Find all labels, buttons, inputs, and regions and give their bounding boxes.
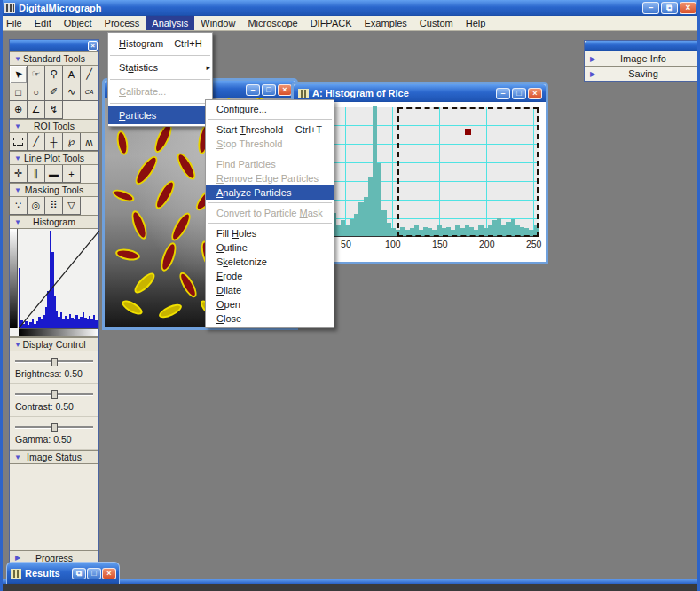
menu-item-st-atistics[interactable]: Statistics▸ [108, 59, 212, 76]
threshold-selection-rect[interactable] [397, 107, 539, 237]
palette-close-icon[interactable]: × [88, 41, 98, 51]
hand-tool-icon[interactable]: ☞ [27, 65, 45, 83]
info-palette-titlebar[interactable] [585, 41, 700, 51]
menu-item-s-keletonize[interactable]: Skeletonize [206, 255, 334, 269]
rice-close-button[interactable]: × [278, 84, 292, 96]
hist-maximize-button[interactable]: □ [512, 88, 526, 99]
freehand-roi-icon[interactable]: ʍ [80, 132, 98, 151]
section-line-plot-tools[interactable]: ▼ Line Plot Tools [10, 151, 98, 165]
triangle-down-icon: ▼ [14, 453, 21, 461]
menu-item-particles[interactable]: Particles▸ [108, 106, 212, 124]
menu-item-erode[interactable]: Erode [206, 269, 334, 283]
restore-button[interactable]: ⧉ [661, 2, 678, 14]
section-standard-tools[interactable]: ▼ Standard Tools [10, 51, 98, 66]
menu-item-analyze-particles[interactable]: Analyze Particles [206, 185, 334, 200]
array-mask-tool-icon[interactable]: ⠿ [44, 196, 63, 215]
app-title: DigitalMicrograph [19, 3, 102, 13]
move-tool-icon[interactable]: ✛ [9, 164, 28, 183]
main-titlebar[interactable]: DigitalMicrograph – ⧉ × [0, 0, 700, 16]
slider-thumb[interactable] [51, 390, 58, 399]
palette-titlebar[interactable]: × [10, 40, 98, 51]
wedge-mask-tool-icon[interactable]: ▽ [62, 196, 81, 215]
marker-tool-icon[interactable]: + [62, 164, 81, 183]
minimize-button[interactable]: – [642, 2, 659, 14]
menubar-item-process[interactable]: Process [98, 16, 146, 30]
ellipse-tool-icon[interactable]: ○ [27, 83, 45, 101]
menubar-item-examples[interactable]: Examples [358, 16, 413, 30]
pointer-tool-icon[interactable]: ➤ [9, 65, 28, 83]
menubar-item-object[interactable]: Object [58, 16, 98, 30]
rice-grain [177, 270, 200, 300]
menubar-item-file[interactable]: File [0, 16, 28, 30]
section-image-status[interactable]: ▼ Image Status [10, 450, 98, 464]
gamma-slider[interactable] [15, 422, 93, 432]
text-tool-icon[interactable]: A [62, 65, 81, 83]
point-roi-icon[interactable]: ┼ [44, 132, 63, 151]
slider-label: Contrast: 0.50 [13, 399, 95, 414]
curve-annotation-tool-icon[interactable]: CA [80, 83, 98, 101]
slider-thumb[interactable] [51, 358, 58, 366]
empty-cell [62, 100, 81, 119]
hist-close-button[interactable]: × [528, 88, 542, 99]
section-roi-tools[interactable]: ▼ ROI Tools [10, 119, 98, 133]
menu-item-outline[interactable]: Outline [206, 240, 334, 255]
rice-maximize-button[interactable]: □ [262, 84, 276, 96]
section-histogram[interactable]: ▼ Histogram [10, 215, 98, 229]
spot-mask-tool-icon[interactable]: ∵ [9, 196, 28, 215]
rice-grain [114, 248, 141, 263]
histogram-plot-area[interactable] [299, 107, 539, 237]
lightning-tool-icon[interactable]: ↯ [44, 100, 63, 119]
angle-tool-icon[interactable]: ∠ [27, 100, 45, 119]
target-tool-icon[interactable]: ⊕ [9, 100, 28, 119]
menubar-item-difpack[interactable]: DIFPACK [304, 16, 358, 30]
contrast-slider[interactable] [15, 390, 93, 399]
section-masking-tools[interactable]: ▼ Masking Tools [10, 183, 98, 197]
menubar-item-microscope[interactable]: Microscope [241, 16, 303, 30]
line-tool-icon[interactable]: ╱ [80, 65, 98, 83]
menu-item-fill-holes[interactable]: Fill Holes [206, 226, 334, 240]
menu-item-close[interactable]: Close [206, 311, 334, 326]
vertical-slice-tool-icon[interactable]: ∥ [27, 164, 45, 183]
results-close-button[interactable]: × [102, 568, 116, 579]
rice-minimize-button[interactable]: – [246, 84, 260, 96]
rectangle-tool-icon[interactable]: □ [9, 83, 28, 101]
gamma-line[interactable] [19, 231, 99, 328]
magnify-tool-icon[interactable]: ⚲ [44, 65, 63, 83]
profile-tool-icon[interactable]: ∿ [62, 83, 81, 101]
wand-tool-icon[interactable]: ✐ [44, 83, 63, 101]
menubar-item-custom[interactable]: Custom [413, 16, 460, 30]
annular-mask-tool-icon[interactable]: ◎ [27, 196, 45, 215]
results-window[interactable]: Results ⧉ □ × [6, 562, 120, 584]
panel-row-saving[interactable]: ▶Saving [585, 66, 700, 81]
panel-row-image-info[interactable]: ▶Image Info [585, 51, 700, 66]
document-icon [298, 89, 309, 98]
results-restore-button[interactable]: ⧉ [72, 568, 86, 579]
brightness-slider[interactable] [15, 357, 93, 366]
menu-item-open[interactable]: Open [206, 297, 334, 311]
menu-item-dilate[interactable]: Dilate [206, 283, 334, 297]
hist-minimize-button[interactable]: – [496, 88, 510, 99]
menubar-item-analysis[interactable]: Analysis [146, 16, 194, 30]
slider-label: Brightness: 0.50 [13, 366, 95, 382]
menubar-item-window[interactable]: Window [194, 16, 241, 30]
results-maximize-button[interactable]: □ [87, 568, 101, 579]
section-display-control[interactable]: ▼ Display Control [10, 337, 98, 351]
menu-item-configure[interactable]: Configure... [206, 102, 334, 116]
slider-thumb[interactable] [51, 423, 58, 432]
menu-item-start-threshold[interactable]: Start ThresholdCtrl+T [206, 122, 334, 137]
line-roi-icon[interactable]: ╱ [27, 132, 45, 151]
empty-cell [80, 196, 98, 215]
empty-cell [80, 100, 98, 119]
roi-tools-row: ╱┼℘ʍ [10, 133, 98, 151]
menubar-item-help[interactable]: Help [460, 16, 492, 30]
menu-item-histogram[interactable]: HistogramCtrl+H [108, 35, 212, 52]
menubar-item-edit[interactable]: Edit [28, 16, 58, 30]
marquee-roi-icon[interactable] [9, 132, 28, 151]
triangle-right-icon: ▶ [15, 554, 20, 562]
rice-grain [131, 153, 161, 187]
sidebar-histogram-panel[interactable] [10, 229, 98, 337]
menu-separator [208, 202, 332, 203]
horizontal-slice-tool-icon[interactable]: ▬ [44, 164, 63, 183]
close-button[interactable]: × [680, 2, 696, 14]
lasso-roi-icon[interactable]: ℘ [62, 132, 81, 151]
